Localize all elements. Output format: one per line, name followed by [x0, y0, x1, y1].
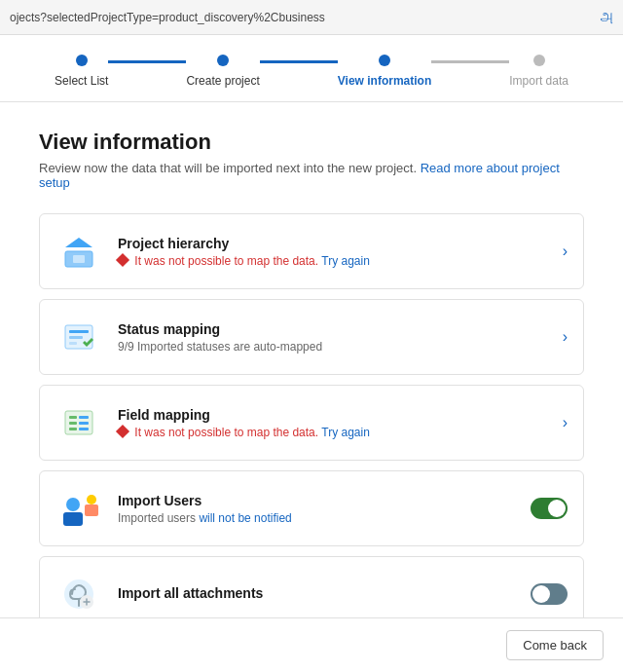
status-title: Status mapping	[118, 321, 547, 337]
users-will-not: will not be notified	[199, 511, 291, 525]
step-dot-3	[379, 55, 390, 66]
hierarchy-chevron[interactable]: ›	[563, 243, 568, 260]
error-diamond-icon	[116, 253, 129, 267]
svg-rect-13	[79, 428, 89, 430]
users-subtitle: Imported users will not be notified	[118, 511, 515, 525]
step-label-4: Import data	[509, 74, 568, 88]
svg-rect-6	[69, 342, 77, 345]
field-subtitle: It was not possible to map the data. Try…	[118, 426, 547, 439]
users-subtitle-text: Imported users	[118, 511, 199, 525]
users-icon	[57, 487, 100, 530]
url-text: ojects?selectedProjectType=product_disco…	[10, 11, 591, 24]
svg-rect-9	[69, 422, 77, 425]
address-bar: ojects?selectedProjectType=product_disco…	[0, 0, 623, 35]
card-body-hierarchy: Project hierarchy It was not possible to…	[118, 236, 547, 268]
stepper: Select List Create project View informat…	[0, 35, 623, 102]
step-label-2: Create project	[186, 74, 259, 88]
bottom-bar: Come back	[0, 617, 623, 672]
status-subtitle: 9/9 Imported statuses are auto-mapped	[118, 340, 547, 354]
svg-rect-10	[69, 428, 77, 430]
card-icon-attachments	[55, 571, 102, 617]
come-back-button[interactable]: Come back	[506, 630, 604, 660]
subtitle-text: Review now the data that will be importe…	[39, 161, 417, 175]
users-title: Import Users	[118, 493, 515, 508]
step-import-data: Import data	[509, 55, 568, 88]
field-try-again[interactable]: Try again	[321, 426, 370, 439]
svg-point-17	[87, 495, 96, 504]
attachments-toggle[interactable]	[531, 583, 568, 605]
hierarchy-error-text: It was not possible to map the data.	[134, 254, 318, 268]
status-icon	[57, 316, 100, 358]
card-icon-field	[55, 399, 102, 446]
toggle-knob	[548, 500, 566, 517]
svg-rect-2	[73, 255, 85, 263]
field-error-text: It was not possible to map the data.	[134, 426, 318, 439]
toggle-knob-2	[532, 585, 550, 603]
hierarchy-try-again[interactable]: Try again	[321, 254, 370, 268]
card-body-status: Status mapping 9/9 Imported statuses are…	[118, 321, 547, 354]
error-diamond-icon-2	[116, 425, 129, 438]
field-title: Field mapping	[118, 407, 547, 423]
main-content: View information Review now the data tha…	[0, 102, 623, 672]
hierarchy-title: Project hierarchy	[118, 236, 547, 251]
card-icon-status	[55, 314, 102, 360]
card-import-users: Import Users Imported users will not be …	[39, 470, 584, 546]
import-users-toggle[interactable]	[531, 498, 568, 519]
step-label-1: Select List	[55, 74, 108, 88]
field-icon	[57, 401, 100, 444]
svg-rect-11	[79, 416, 89, 419]
users-toggle[interactable]	[531, 498, 568, 519]
card-body-attachments: Import all attachments	[118, 585, 515, 604]
card-status-mapping: Status mapping 9/9 Imported statuses are…	[39, 299, 584, 375]
svg-rect-5	[69, 336, 83, 339]
card-icon-users	[55, 485, 102, 532]
svg-marker-1	[65, 238, 92, 247]
attachments-icon	[57, 573, 100, 616]
svg-rect-8	[69, 416, 77, 419]
svg-rect-14	[63, 512, 83, 526]
card-icon-box	[55, 228, 102, 275]
attachments-title: Import all attachments	[118, 585, 515, 601]
connector-2-3	[260, 60, 338, 63]
connector-1-2	[108, 60, 186, 63]
step-create-project: Create project	[186, 55, 259, 88]
step-label-3: View information	[338, 74, 431, 88]
page-subtitle: Review now the data that will be importe…	[39, 161, 584, 190]
step-dot-1	[76, 55, 88, 66]
import-attachments-toggle[interactable]	[531, 583, 568, 605]
chevron-right-icon: ›	[563, 243, 568, 260]
card-project-hierarchy: Project hierarchy It was not possible to…	[39, 213, 584, 289]
step-dot-2	[217, 55, 229, 66]
connector-3-4	[431, 60, 509, 63]
card-field-mapping: Field mapping It was not possible to map…	[39, 385, 584, 461]
status-chevron[interactable]: ›	[563, 328, 568, 346]
step-select-list: Select List	[55, 55, 108, 88]
card-body-field: Field mapping It was not possible to map…	[118, 407, 547, 439]
step-dot-4	[533, 55, 545, 66]
svg-rect-12	[79, 422, 89, 425]
card-body-users: Import Users Imported users will not be …	[118, 493, 515, 525]
field-chevron[interactable]: ›	[563, 414, 568, 431]
chevron-right-icon-2: ›	[563, 328, 568, 346]
chevron-right-icon-3: ›	[563, 414, 568, 431]
svg-rect-4	[69, 330, 89, 333]
svg-point-15	[66, 498, 80, 511]
step-view-information: View information	[338, 55, 431, 88]
translate-icon: அ	[601, 9, 613, 25]
hierarchy-subtitle: It was not possible to map the data. Try…	[118, 254, 547, 268]
page-title: View information	[39, 130, 584, 155]
box-icon	[57, 230, 100, 273]
